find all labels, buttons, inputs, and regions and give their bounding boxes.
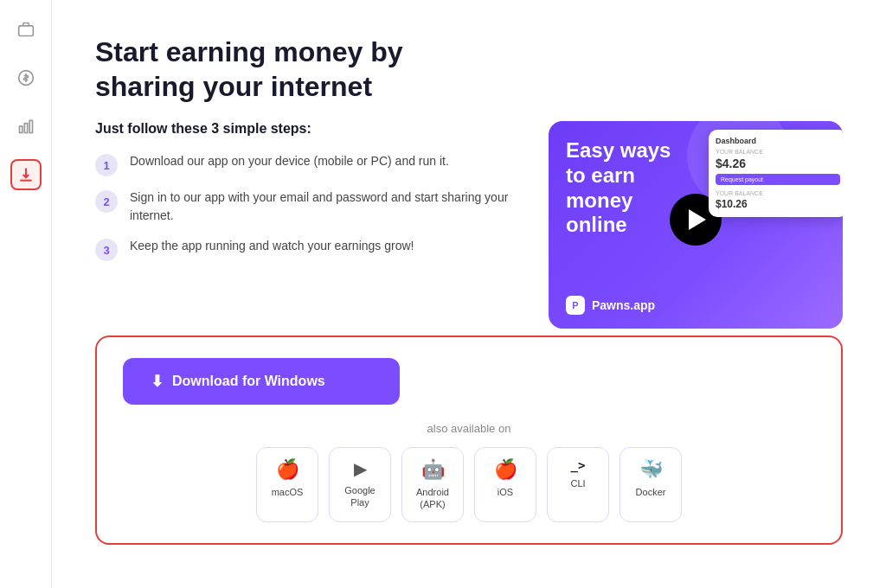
dash-balance2-label: YOUR BALANCE xyxy=(716,190,840,196)
step-text-3: Keep the app running and watch your earn… xyxy=(130,237,414,255)
dashboard-mockup: Dashboard YOUR BALANCE $4.26 Request pay… xyxy=(709,130,843,217)
cli-icon: _> xyxy=(571,458,586,472)
sidebar xyxy=(0,0,52,588)
dash-request-btn: Request payout xyxy=(716,174,840,185)
step-2: 2 Sign in to our app with your email and… xyxy=(95,189,514,225)
main-content: Start earning money by sharing your inte… xyxy=(52,0,886,588)
download-sidebar-icon[interactable] xyxy=(10,159,42,190)
ios-label: iOS xyxy=(498,486,513,498)
also-available-section: also available on 🍎 macOS ▶ Google Play … xyxy=(123,422,815,522)
steps-list: 1 Download our app on your device (mobil… xyxy=(95,152,514,261)
dash-balance: $4.26 xyxy=(716,157,840,170)
svg-rect-4 xyxy=(29,120,32,132)
dash-balance-label: YOUR BALANCE xyxy=(716,149,840,155)
dash-title: Dashboard xyxy=(716,137,840,145)
cli-label: CLI xyxy=(570,477,585,489)
video-headline: Easy waysto earnmoneyonline xyxy=(566,138,671,238)
google-play-icon: ▶ xyxy=(354,458,367,479)
step-text-1: Download our app on your device (mobile … xyxy=(130,152,449,170)
download-section: ⬇ Download for Windows also available on… xyxy=(95,336,843,545)
download-windows-button[interactable]: ⬇ Download for Windows xyxy=(123,358,400,405)
android-label: Android (APK) xyxy=(409,486,456,511)
svg-rect-3 xyxy=(24,124,27,133)
download-button-label: Download for Windows xyxy=(172,374,325,389)
dash-balance2: $10.26 xyxy=(716,198,840,210)
steps-title: Just follow these 3 simple steps: xyxy=(95,121,514,137)
platform-ios[interactable]: 🍎 iOS xyxy=(474,447,536,522)
platform-docker[interactable]: 🐳 Docker xyxy=(620,447,682,522)
docker-label: Docker xyxy=(636,486,666,498)
left-panel: Just follow these 3 simple steps: 1 Down… xyxy=(95,121,514,289)
download-arrow-icon: ⬇ xyxy=(151,372,164,391)
dollar-sidebar-icon[interactable] xyxy=(10,62,42,93)
platform-list: 🍎 macOS ▶ Google Play 🤖 Android (APK) 🍎 … xyxy=(123,447,815,522)
step-number-2: 2 xyxy=(95,190,118,213)
google-play-label: Google Play xyxy=(337,484,383,509)
step-number-1: 1 xyxy=(95,154,118,176)
step-text-2: Sign in to our app with your email and p… xyxy=(130,189,514,225)
platform-cli[interactable]: _> CLI xyxy=(547,447,609,522)
step-3: 3 Keep the app running and watch your ea… xyxy=(95,237,514,261)
step-number-3: 3 xyxy=(95,239,118,261)
ios-icon: 🍎 xyxy=(494,458,517,481)
macos-icon: 🍎 xyxy=(276,458,299,481)
docker-icon: 🐳 xyxy=(639,458,663,481)
content-row: Just follow these 3 simple steps: 1 Down… xyxy=(95,121,843,329)
android-icon: 🤖 xyxy=(421,458,445,481)
page-headline: Start earning money by sharing your inte… xyxy=(95,35,459,104)
also-available-label: also available on xyxy=(123,422,815,435)
step-1: 1 Download our app on your device (mobil… xyxy=(95,152,514,176)
svg-rect-0 xyxy=(18,26,33,36)
chart-sidebar-icon[interactable] xyxy=(10,111,42,142)
platform-google-play[interactable]: ▶ Google Play xyxy=(329,447,391,522)
macos-label: macOS xyxy=(272,486,304,498)
svg-rect-2 xyxy=(19,126,22,133)
platform-macos[interactable]: 🍎 macOS xyxy=(256,447,318,522)
pawns-logo: P xyxy=(566,296,585,315)
platform-android[interactable]: 🤖 Android (APK) xyxy=(401,447,464,522)
video-brand: P Pawns.app xyxy=(566,296,655,315)
video-headline-container: Easy waysto earnmoneyonline xyxy=(566,138,671,238)
video-card: Dashboard YOUR BALANCE $4.26 Request pay… xyxy=(549,121,843,329)
briefcase-sidebar-icon[interactable] xyxy=(10,14,42,45)
brand-name: Pawns.app xyxy=(592,298,655,312)
